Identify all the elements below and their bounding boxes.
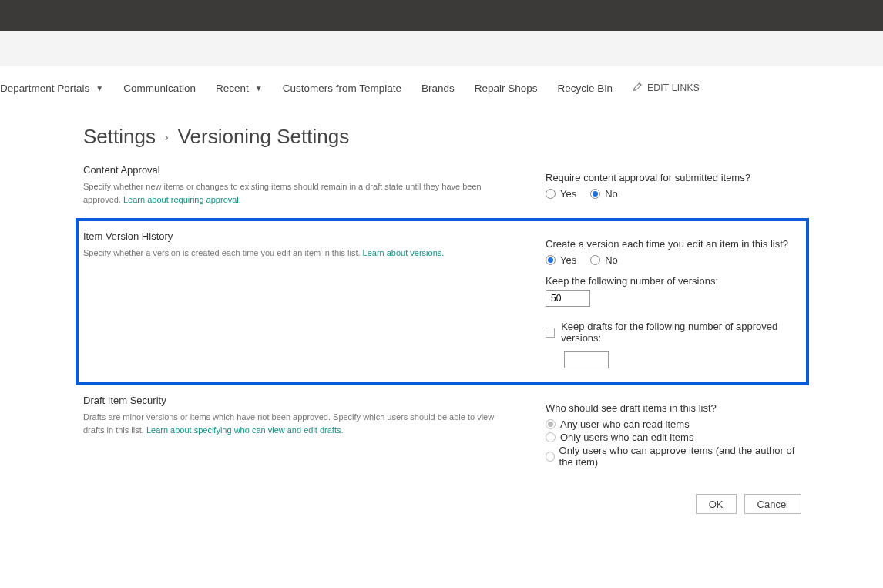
radio-label: Yes [560, 188, 576, 200]
cancel-button[interactable]: Cancel [744, 494, 801, 514]
top-nav: Department Portals ▼ Communication Recen… [0, 66, 883, 109]
draft-editors-radio: Only users who can edit items [546, 432, 693, 443]
section-draft-security: Draft Item Security Drafts are minor ver… [83, 384, 801, 480]
approval-yes-radio[interactable]: Yes [546, 188, 576, 200]
desc-text: Specify whether a version is created eac… [83, 248, 363, 257]
keep-versions-label: Keep the following number of versions: [546, 275, 801, 287]
learn-approval-link[interactable]: Learn about requiring approval. [123, 195, 241, 204]
breadcrumb: Settings › Versioning Settings [83, 125, 801, 149]
chevron-down-icon: ▼ [96, 84, 103, 92]
form-buttons: OK Cancel [83, 480, 801, 514]
radio-label: Only users who can approve items (and th… [559, 445, 801, 468]
nav-item-customers-from-template[interactable]: Customers from Template [283, 82, 401, 94]
page-content: Settings › Versioning Settings Content A… [0, 109, 801, 545]
radio-icon [546, 452, 555, 462]
draft-any-reader-radio: Any user who can read items [546, 418, 690, 430]
nav-label: Recent [216, 82, 249, 94]
radio-label: No [605, 188, 618, 200]
breadcrumb-separator-icon: › [165, 131, 169, 143]
radio-icon [546, 255, 556, 265]
radio-label: No [605, 254, 618, 266]
nav-label: Department Portals [0, 82, 89, 94]
edit-links-label: EDIT LINKS [647, 82, 700, 93]
edit-links-button[interactable]: EDIT LINKS [633, 82, 700, 94]
nav-label: Communication [123, 82, 196, 94]
page-title: Versioning Settings [178, 125, 350, 149]
ok-button[interactable]: OK [696, 494, 737, 514]
radio-icon [546, 432, 556, 442]
approval-question: Require content approval for submitted i… [546, 172, 801, 183]
radio-label: Any user who can read items [560, 418, 690, 430]
nav-label: Recycle Bin [558, 82, 613, 94]
versioning-yes-radio[interactable]: Yes [546, 254, 576, 266]
suite-bar [0, 0, 883, 31]
radio-label: Only users who can edit items [560, 432, 693, 443]
versioning-question: Create a version each time you edit an i… [546, 238, 801, 250]
chevron-down-icon: ▼ [255, 84, 263, 92]
nav-item-brands[interactable]: Brands [421, 82, 455, 94]
keep-drafts-label: Keep drafts for the following number of … [561, 321, 801, 344]
section-description: Drafts are minor versions or items which… [83, 411, 515, 436]
section-title: Draft Item Security [83, 395, 515, 406]
nav-label: Brands [421, 82, 455, 94]
nav-item-communication[interactable]: Communication [123, 82, 196, 94]
section-content-approval: Content Approval Specify whether new ite… [83, 153, 801, 220]
keep-drafts-input[interactable] [564, 351, 609, 368]
radio-icon [546, 189, 556, 199]
section-title: Item Version History [83, 230, 515, 242]
pencil-icon [633, 82, 643, 94]
learn-versions-link[interactable]: Learn about versions. [363, 248, 445, 257]
draft-approvers-radio: Only users who can approve items (and th… [546, 445, 801, 468]
versioning-no-radio[interactable]: No [590, 254, 618, 266]
breadcrumb-root[interactable]: Settings [83, 125, 156, 149]
draft-security-question: Who should see draft items in this list? [546, 402, 801, 414]
nav-label: Customers from Template [283, 82, 401, 94]
nav-item-recent[interactable]: Recent ▼ [216, 82, 263, 94]
nav-item-repair-shops[interactable]: Repair Shops [475, 82, 538, 94]
section-version-history: Item Version History Specify whether a v… [77, 220, 807, 384]
section-description: Specify whether a version is created eac… [83, 247, 515, 260]
section-description: Specify whether new items or changes to … [83, 180, 515, 206]
ribbon-bar [0, 31, 883, 66]
nav-item-recycle-bin[interactable]: Recycle Bin [558, 82, 613, 94]
radio-icon [590, 255, 600, 265]
nav-label: Repair Shops [475, 82, 538, 94]
learn-drafts-link[interactable]: Learn about specifying who can view and … [146, 425, 344, 435]
keep-drafts-checkbox[interactable] [546, 328, 555, 338]
radio-icon [546, 419, 556, 429]
nav-item-department-portals[interactable]: Department Portals ▼ [0, 82, 103, 94]
radio-icon [590, 189, 600, 199]
section-title: Content Approval [83, 164, 515, 176]
approval-no-radio[interactable]: No [590, 188, 618, 200]
radio-label: Yes [560, 254, 576, 266]
keep-versions-input[interactable] [546, 290, 590, 307]
